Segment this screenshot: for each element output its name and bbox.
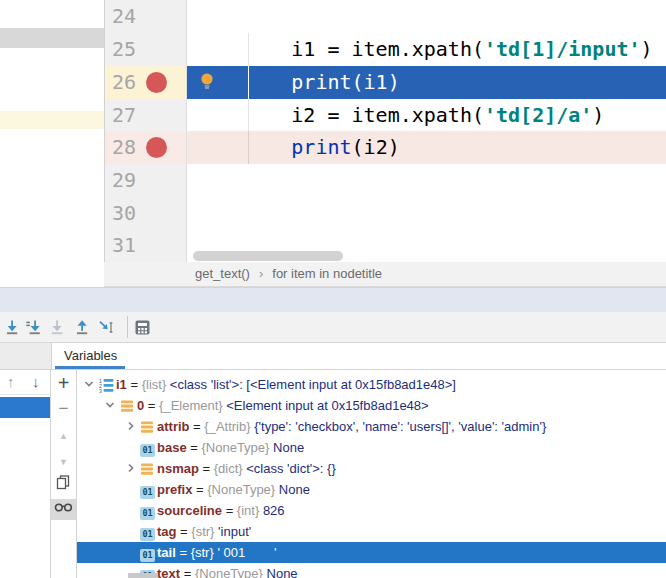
- variable-text: sourceline = {int} 826: [157, 503, 285, 518]
- variable-row-base[interactable]: 01base = {NoneType} None: [77, 437, 666, 458]
- variable-val: 'input': [218, 524, 251, 539]
- code-token: ): [592, 103, 604, 127]
- code-token: i2 = item.xpath(: [195, 103, 484, 127]
- line-number[interactable]: 25: [112, 37, 136, 61]
- variable-val: None: [279, 482, 310, 497]
- move-watch-up-icon[interactable]: ▲: [51, 426, 76, 447]
- primitive-type-icon: 01: [140, 486, 155, 499]
- variable-val: <Element input at 0x15fb8ad1e48>: [226, 398, 428, 413]
- line-number[interactable]: 29: [112, 168, 136, 192]
- variable-row-sourceline[interactable]: 01sourceline = {int} 826: [77, 500, 666, 521]
- code-token: ): [641, 37, 653, 61]
- line-number[interactable]: 27: [112, 103, 136, 127]
- code-token: (i2): [352, 135, 400, 159]
- frame-up-icon[interactable]: ↑: [7, 373, 15, 390]
- breadcrumb-item-loop[interactable]: for item in nodetitle: [272, 266, 382, 281]
- code-token: 'td[1]/input': [484, 37, 641, 61]
- code-line-28[interactable]: print(i2): [187, 131, 666, 164]
- primitive-type-icon: 01: [140, 483, 155, 499]
- code-line-27[interactable]: i2 = item.xpath('td[2]/a'): [187, 99, 666, 132]
- step-out-icon[interactable]: [74, 319, 91, 336]
- variable-text: i1 = {list} <class 'list'>: [<Element in…: [116, 377, 456, 392]
- variable-row-0[interactable]: 0 = {_Element} <Element input at 0x15fb8…: [77, 395, 666, 416]
- add-watch-icon[interactable]: +: [51, 373, 76, 394]
- code-line-24[interactable]: [187, 0, 666, 33]
- panel-splitter[interactable]: [0, 287, 666, 312]
- variable-row-text[interactable]: 01text = {NoneType} None: [77, 563, 666, 578]
- step-into-my-code-icon[interactable]: [26, 319, 43, 336]
- variable-val: <class 'list'>: [<Element input at 0x15f…: [170, 377, 456, 392]
- variable-row-prefix[interactable]: 01prefix = {NoneType} None: [77, 479, 666, 500]
- variable-name: nsmap: [157, 461, 199, 476]
- variable-eq: =: [187, 440, 202, 455]
- show-watches-icon[interactable]: [51, 499, 76, 520]
- variable-type: {str}: [191, 545, 218, 560]
- chevron-down-icon[interactable]: [104, 399, 116, 411]
- variable-eq: =: [190, 419, 205, 434]
- debugger-toolbar: [0, 312, 666, 343]
- gutter-row: 31: [105, 229, 186, 262]
- frame-down-icon[interactable]: ↓: [32, 373, 40, 390]
- watches-toolbar: +−▲▼: [51, 370, 77, 578]
- move-watch-down-icon[interactable]: ▼: [51, 452, 76, 473]
- line-number[interactable]: 31: [112, 233, 136, 257]
- variable-row-attrib[interactable]: attrib = {_Attrib} {'type': 'checkbox', …: [77, 416, 666, 437]
- object-type-icon: [140, 420, 154, 437]
- gutter-row: 28: [105, 131, 186, 164]
- object-type-icon: [140, 462, 154, 479]
- code-editor-area[interactable]: i1 = item.xpath('td[1]/input') print(i1)…: [187, 0, 666, 262]
- frames-header-area: [0, 343, 52, 369]
- editor-gutter[interactable]: 2425262728293031: [104, 0, 187, 262]
- selected-frame-row[interactable]: [0, 397, 50, 418]
- line-number[interactable]: 30: [112, 201, 136, 225]
- variable-row-tag[interactable]: 01tag = {str} 'input': [77, 521, 666, 542]
- line-number[interactable]: 26: [112, 70, 136, 94]
- variable-row-tail[interactable]: 01tail = {str} ' 001 ': [77, 542, 666, 563]
- variable-type: {_Element}: [159, 398, 226, 413]
- code-line-30[interactable]: [187, 197, 666, 230]
- variables-tree: 123i1 = {list} <class 'list'>: [<Element…: [77, 370, 666, 578]
- variable-eq: =: [176, 545, 191, 560]
- duplicate-watch-icon[interactable]: [51, 475, 76, 496]
- variable-val: {'type': 'checkbox', 'name': 'users[]', …: [254, 419, 546, 434]
- variable-text: tag = {str} 'input': [157, 524, 251, 539]
- line-number[interactable]: 24: [112, 4, 136, 28]
- run-to-cursor-icon[interactable]: [98, 319, 115, 336]
- variable-eq: =: [144, 398, 159, 413]
- object-type-icon: [120, 399, 134, 416]
- indent-guide: [248, 33, 249, 66]
- breakpoint-icon[interactable]: [146, 72, 167, 93]
- breadcrumb-item-method[interactable]: get_text(): [195, 266, 250, 281]
- primitive-type-icon: 01: [140, 528, 155, 541]
- remove-watch-icon[interactable]: −: [51, 399, 76, 420]
- variable-row-nsmap[interactable]: nsmap = {dict} <class 'dict'>: {}: [77, 458, 666, 479]
- chevron-down-icon[interactable]: [83, 378, 95, 390]
- variable-name: i1: [116, 377, 127, 392]
- force-step-into-icon[interactable]: [49, 319, 66, 336]
- variable-name: attrib: [157, 419, 190, 434]
- gutter-row: 27: [105, 99, 186, 132]
- code-line-29[interactable]: [187, 164, 666, 197]
- variable-text: text = {NoneType} None: [157, 566, 298, 578]
- debugger-tab-strip: Variables: [0, 343, 666, 370]
- variable-text: 0 = {_Element} <Element input at 0x15fb8…: [137, 398, 429, 413]
- variable-val: 826: [263, 503, 285, 518]
- code-line-25[interactable]: i1 = item.xpath('td[1]/input'): [187, 33, 666, 66]
- tab-variables[interactable]: Variables: [51, 343, 130, 369]
- chevron-right-icon[interactable]: [125, 420, 137, 432]
- variable-eq: =: [177, 524, 192, 539]
- primitive-type-icon: 01: [140, 504, 155, 520]
- step-into-icon[interactable]: [4, 319, 21, 336]
- editor-hscrollbar-thumb[interactable]: [193, 251, 343, 261]
- intention-bulb-icon[interactable]: [199, 72, 215, 92]
- code-line-26[interactable]: print(i1): [187, 66, 666, 99]
- primitive-type-icon: 01: [140, 546, 155, 562]
- variable-row-i1[interactable]: 123i1 = {list} <class 'list'>: [<Element…: [77, 374, 666, 395]
- line-number[interactable]: 28: [112, 135, 136, 159]
- variables-hscrollbar-thumb[interactable]: [128, 573, 158, 578]
- evaluate-expression-icon[interactable]: [134, 319, 151, 336]
- left-strip-highlight-bar: [0, 111, 104, 129]
- variable-type: {NoneType}: [201, 440, 273, 455]
- chevron-right-icon[interactable]: [125, 462, 137, 474]
- breakpoint-icon[interactable]: [146, 137, 167, 158]
